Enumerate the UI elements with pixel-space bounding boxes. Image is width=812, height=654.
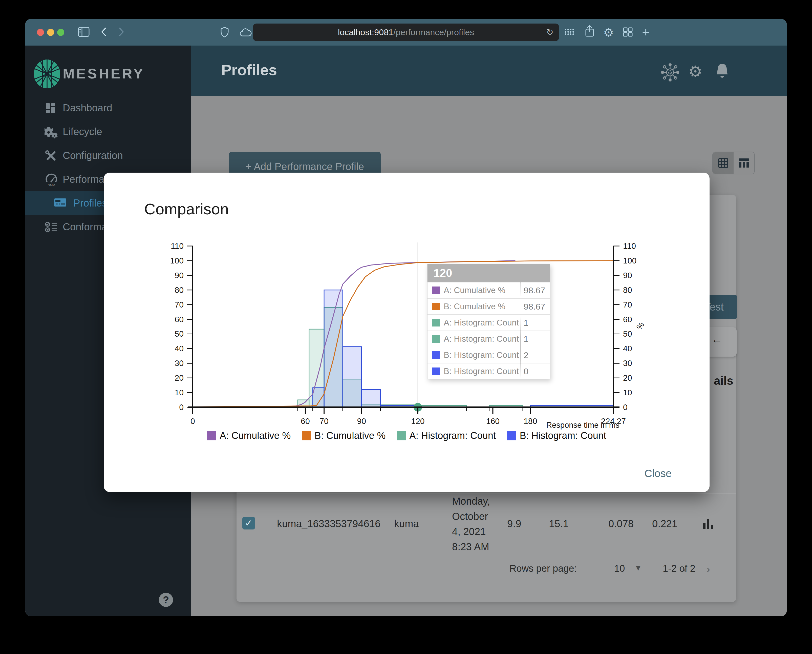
tooltip-label: B: Cumulative %: [444, 302, 520, 311]
row-date-line: October: [452, 509, 490, 524]
tooltip-swatch: [432, 303, 440, 310]
sidebar-item-configuration[interactable]: Configuration: [25, 144, 191, 168]
close-window-button[interactable]: [37, 29, 44, 36]
tooltip-value: 2: [520, 347, 550, 363]
brand-name: MESHERY: [63, 65, 145, 82]
hub-icon[interactable]: [661, 63, 680, 83]
settings-icon[interactable]: ⚙: [603, 26, 614, 39]
dashboard-icon: [44, 102, 58, 115]
legend-label: B: Histogram: Count: [520, 430, 606, 441]
pagination: Rows per page: 10 ▼ 1-2 of 2: [506, 563, 736, 578]
url-bar[interactable]: localhost:9081/performance/profiles ↻: [253, 23, 559, 41]
tooltip-row: B: Cumulative %98.67: [427, 298, 550, 314]
row-date-line: 4, 2021: [452, 524, 490, 539]
legend-label: A: Cumulative %: [220, 430, 291, 441]
row-qps: 9.9: [507, 518, 521, 529]
row-p99: 0.221: [652, 518, 678, 529]
tooltip-row: A: Histogram: Count1: [427, 330, 550, 347]
share-icon[interactable]: [585, 24, 595, 39]
tooltip-label: A: Cumulative %: [444, 286, 520, 295]
dialog-title: Comparison: [144, 200, 229, 218]
help-button[interactable]: ?: [159, 593, 173, 607]
browser-window: localhost:9081/performance/profiles ↻ ⚙ …: [25, 19, 787, 616]
tooltip-label: B: Histogram: Count: [444, 350, 520, 360]
sidebar-toggle-icon[interactable]: [78, 27, 90, 38]
zoom-window-button[interactable]: [57, 29, 64, 36]
back-icon[interactable]: [99, 27, 108, 38]
rows-per-page-label: Rows per page:: [510, 563, 577, 574]
tooltip-header: 120: [427, 264, 550, 282]
previous-page-button[interactable]: ‹: [683, 562, 687, 576]
tooltip-label: A: Histogram: Count: [444, 334, 520, 344]
grid-view-toggle[interactable]: [713, 152, 734, 174]
legend-label: B: Cumulative %: [314, 430, 386, 441]
app-header: Profiles ⚙: [191, 46, 787, 96]
dots-grid-icon[interactable]: [563, 27, 575, 38]
gear-icon[interactable]: ⚙: [688, 62, 702, 81]
sidebar-item-lifecycle[interactable]: Lifecycle: [25, 120, 191, 144]
forward-icon[interactable]: [117, 27, 126, 38]
chart-legend: A: Cumulative %B: Cumulative %A: Histogr…: [104, 430, 710, 441]
row-chart-icon[interactable]: [702, 518, 714, 529]
tooltip-swatch: [432, 335, 440, 343]
legend-item[interactable]: B: Cumulative %: [302, 430, 386, 441]
rows-per-page-caret-icon[interactable]: ▼: [635, 564, 642, 572]
tooltip-swatch: [432, 351, 440, 359]
meshery-logo-icon: [33, 59, 61, 89]
legend-item[interactable]: A: Cumulative %: [207, 430, 291, 441]
svg-text:SMP: SMP: [48, 183, 55, 187]
row-date-line: Monday,: [452, 494, 490, 509]
tooltip-label: A: Histogram: Count: [444, 318, 520, 327]
lifecycle-icon: [44, 126, 58, 139]
close-button[interactable]: Close: [643, 467, 673, 480]
row-mesh-name: kuma: [394, 518, 419, 529]
legend-label: A: Histogram: Count: [409, 430, 496, 441]
tooltip-value: 98.67: [520, 299, 550, 314]
next-page-button[interactable]: ›: [706, 562, 710, 576]
tab-overview-icon[interactable]: [622, 27, 633, 38]
tooltip-swatch: [432, 319, 440, 327]
tooltip-row: A: Histogram: Count1: [427, 314, 550, 330]
profiles-icon: [53, 197, 67, 210]
tooltip-row: A: Cumulative %98.67: [427, 282, 550, 298]
brand-row[interactable]: MESHERY: [25, 46, 191, 102]
legend-swatch: [302, 431, 311, 440]
tooltip-row: B: Histogram: Count2: [427, 347, 550, 363]
conformance-icon: [44, 221, 58, 234]
comparison-dialog: Comparison Close: [104, 173, 710, 492]
tooltip-value: 0: [520, 364, 550, 379]
tooltip-value: 98.67: [520, 283, 550, 298]
tooltip-row: B: Histogram: Count0: [427, 363, 550, 379]
browser-toolbar: localhost:9081/performance/profiles ↻ ⚙ …: [25, 19, 787, 46]
back-arrow-icon: ←: [711, 333, 722, 345]
sidebar-item-label: Lifecycle: [63, 126, 102, 138]
row-date: Monday, October 4, 2021 8:23 AM: [452, 494, 490, 554]
rows-per-page-select[interactable]: 10: [614, 563, 625, 574]
tooltip-swatch: [432, 367, 440, 375]
cloud-icon[interactable]: [239, 28, 252, 38]
pagination-range: 1-2 of 2: [663, 563, 695, 574]
legend-swatch: [507, 431, 516, 440]
minimize-window-button[interactable]: [47, 29, 54, 36]
page-title: Profiles: [221, 61, 277, 79]
screen: localhost:9081/performance/profiles ↻ ⚙ …: [0, 0, 812, 654]
sidebar-item-label: Profiles: [73, 197, 107, 209]
row-p50: 0.078: [608, 518, 633, 529]
row-checkbox[interactable]: ✓: [242, 517, 255, 529]
legend-swatch: [207, 431, 216, 440]
table-view-toggle[interactable]: [734, 152, 754, 174]
new-tab-icon[interactable]: +: [642, 24, 650, 40]
row-duration: 15.1: [549, 518, 569, 529]
sidebar-item-dashboard[interactable]: Dashboard: [25, 96, 191, 120]
tooltip-label: B: Histogram: Count: [444, 367, 520, 376]
legend-item[interactable]: B: Histogram: Count: [507, 430, 606, 441]
row-profile-name: kuma_1633353794616: [277, 518, 380, 529]
reload-icon[interactable]: ↻: [546, 27, 554, 37]
view-toggle-group: [712, 151, 755, 174]
shield-icon[interactable]: [220, 27, 229, 39]
bell-icon[interactable]: [714, 62, 730, 81]
configuration-icon: [44, 150, 58, 163]
url-path: /performance/profiles: [393, 28, 474, 37]
legend-item[interactable]: A: Histogram: Count: [397, 430, 496, 441]
legend-swatch: [397, 431, 406, 440]
